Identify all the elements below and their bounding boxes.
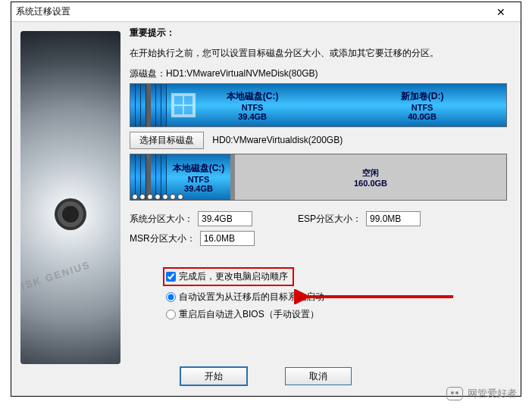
hint-title: 重要提示：: [130, 26, 507, 39]
target-partition-c[interactable]: 本地磁盘(C:) NTFS 39.4GB: [167, 154, 230, 200]
close-button[interactable]: ✕: [486, 2, 516, 21]
wechat-icon: [446, 387, 463, 400]
start-button[interactable]: 开始: [180, 367, 247, 385]
boot-options: 完成后，更改电脑启动顺序 自动设置为从迁移后的目标系统启动 重启后自动进入BIO…: [130, 267, 507, 321]
system-partition-size-field: 系统分区大小：: [130, 211, 252, 226]
watermark: 网管爱好者: [446, 387, 517, 400]
system-partition-size-input[interactable]: [198, 211, 252, 226]
esp-partition-size-field: ESP分区大小：: [298, 211, 421, 226]
windows-icon: [171, 93, 196, 117]
msr-partition-size-field: MSR分区大小：: [130, 231, 255, 246]
titlebar: 系统迁移设置 ✕: [11, 2, 521, 22]
auto-boot-input[interactable]: [166, 292, 176, 302]
dialog-window: 系统迁移设置 ✕ 重要提示： 在开始执行之前，您可以设置目标磁盘分区大小、或添加…: [11, 2, 521, 397]
source-partition-d[interactable]: 新加卷(D:) NTFS 40.0GB: [338, 84, 506, 126]
disk-genius-logo: [20, 31, 120, 364]
target-free-space[interactable]: 空闲 160.0GB: [235, 154, 506, 200]
window-title: 系统迁移设置: [16, 5, 486, 18]
main-panel: 重要提示： 在开始执行之前，您可以设置目标磁盘分区大小、或添加其它要迁移的分区。…: [130, 22, 521, 396]
target-disk-label: HD0:VMwareVirtualdisk(200GB): [212, 135, 343, 145]
source-disk-label: 源磁盘：HD1:VMwareVirtualNVMeDisk(80GB): [130, 67, 507, 80]
cancel-button[interactable]: 取消: [285, 367, 352, 385]
source-partition-c[interactable]: 本地磁盘(C:) NTFS 39.4GB: [167, 84, 338, 126]
sidebar-image: [11, 22, 130, 396]
target-disk-bar: 本地磁盘(C:) NTFS 39.4GB 空闲 160.0GB: [130, 154, 507, 201]
bios-boot-radio[interactable]: 重启后自动进入BIOS（手动设置）: [163, 308, 507, 321]
bios-boot-input[interactable]: [166, 310, 176, 319]
select-target-disk-button[interactable]: 选择目标磁盘: [130, 132, 204, 149]
change-boot-order-checkbox[interactable]: 完成后，更改电脑启动顺序: [163, 267, 294, 286]
esp-partition-size-input[interactable]: [366, 211, 421, 226]
msr-partition-size-input[interactable]: [200, 231, 255, 246]
auto-boot-radio[interactable]: 自动设置为从迁移后的目标系统启动: [163, 291, 507, 304]
hint-text: 在开始执行之前，您可以设置目标磁盘分区大小、或添加其它要迁移的分区。: [130, 47, 507, 60]
change-boot-order-input[interactable]: [166, 272, 176, 282]
source-disk-bar: 本地磁盘(C:) NTFS 39.4GB 新加卷(D:) NTFS 40.0GB: [130, 83, 507, 127]
